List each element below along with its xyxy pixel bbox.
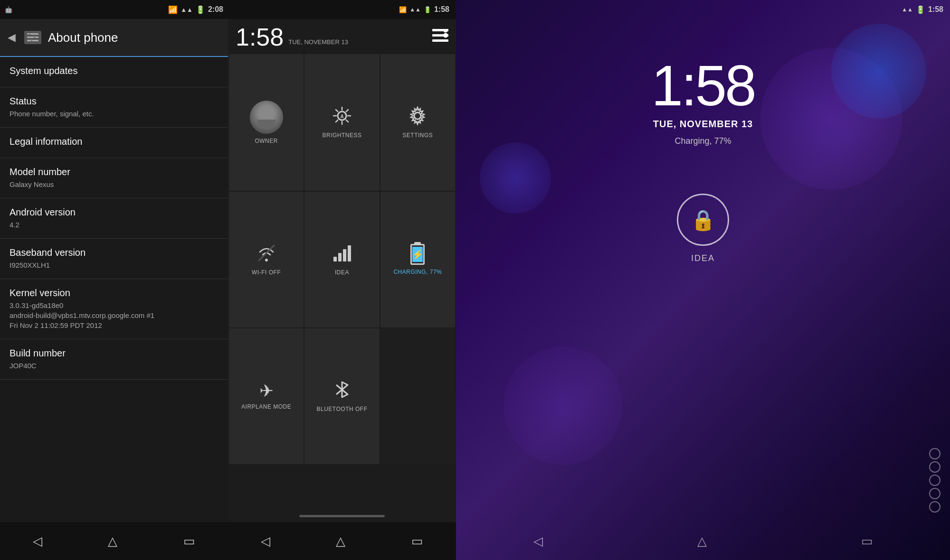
svg-rect-23 bbox=[338, 253, 342, 261]
svg-rect-3 bbox=[29, 34, 30, 35]
lock-signal-icon: ▲▲ bbox=[902, 6, 913, 13]
about-nav-bar: ◁ △ ▭ bbox=[0, 522, 228, 560]
quick-tile-wifi[interactable]: WI-FI OFF bbox=[229, 192, 304, 327]
signal-icon: ▲▲ bbox=[180, 6, 193, 13]
list-item[interactable]: System updates bbox=[0, 57, 228, 87]
quick-tile-charging[interactable]: ⚡ CHARGING, 77% bbox=[380, 192, 455, 327]
about-status-bar: 🤖 📶 ▲▲ 🔋 2:08 bbox=[0, 0, 228, 19]
lock-battery-icon: 🔋 bbox=[916, 5, 925, 14]
idea-label: IDEA bbox=[335, 269, 349, 276]
lock-clock: 1:58 bbox=[651, 57, 755, 114]
back-arrow-icon[interactable]: ◀ bbox=[8, 31, 16, 44]
quick-status-bar: 📶 ▲▲ 🔋 1:58 bbox=[228, 0, 456, 19]
list-item[interactable]: Kernel version 3.0.31-gd5a18e0 android-b… bbox=[0, 279, 228, 339]
airplane-icon: ✈ bbox=[259, 383, 274, 400]
quick-tile-owner[interactable]: OWNER bbox=[229, 54, 304, 191]
lock-unlock-button[interactable]: 🔒 bbox=[677, 194, 729, 246]
item-subtitle: 3.0.31-gd5a18e0 android-build@vpbs1.mtv.… bbox=[10, 300, 218, 330]
item-title: Model number bbox=[10, 167, 218, 177]
item-title: Android version bbox=[10, 207, 218, 218]
home-button[interactable]: △ bbox=[98, 529, 127, 553]
back-button[interactable]: ◁ bbox=[251, 529, 280, 553]
item-subtitle: Galaxy Nexus bbox=[10, 179, 218, 189]
lock-status-bar: ▲▲ 🔋 1:58 bbox=[456, 0, 950, 19]
lock-content: 1:58 TUE, NOVEMBER 13 Charging, 77% 🔒 ID… bbox=[456, 19, 950, 522]
quick-date: TUE, NOVEMBER 13 bbox=[288, 38, 348, 49]
home-button[interactable]: △ bbox=[688, 529, 716, 553]
item-subtitle: Phone number, signal, etc. bbox=[10, 109, 218, 119]
item-subtitle: 4.2 bbox=[10, 220, 218, 230]
recent-button[interactable]: ▭ bbox=[402, 529, 433, 553]
signal-status-icon: ▲▲ bbox=[409, 6, 421, 13]
about-header: ◀ About phone bbox=[0, 19, 228, 57]
svg-rect-24 bbox=[343, 249, 346, 261]
quick-status-time: 1:58 bbox=[434, 5, 449, 14]
svg-line-16 bbox=[336, 110, 338, 112]
svg-rect-2 bbox=[27, 40, 38, 41]
lock-circle-area: 🔒 IDEA bbox=[677, 194, 729, 263]
item-title: Status bbox=[10, 96, 218, 107]
quick-tiles-grid: OWNER A BRIGHTNESS bbox=[228, 53, 456, 465]
settings-label: SETTINGS bbox=[402, 132, 433, 139]
list-item[interactable]: Android version 4.2 bbox=[0, 198, 228, 239]
item-title: Legal information bbox=[10, 136, 218, 147]
about-list: System updates Status Phone number, sign… bbox=[0, 57, 228, 522]
svg-point-10 bbox=[443, 33, 448, 37]
lock-date: TUE, NOVEMBER 13 bbox=[653, 119, 753, 130]
quick-tile-empty bbox=[380, 328, 455, 464]
quick-tile-settings[interactable]: SETTINGS bbox=[380, 54, 455, 191]
battery-status-icon: 🔋 bbox=[424, 6, 431, 13]
quick-tile-airplane[interactable]: ✈ AIRPLANE MODE bbox=[229, 328, 304, 464]
back-button[interactable]: ◁ bbox=[524, 529, 552, 553]
item-title: System updates bbox=[10, 65, 218, 76]
charging-label: CHARGING, 77% bbox=[393, 269, 442, 275]
brightness-icon: A bbox=[332, 106, 352, 128]
about-status-time: 2:08 bbox=[208, 5, 223, 14]
signal-bars-icon bbox=[332, 243, 352, 265]
brightness-label: BRIGHTNESS bbox=[322, 132, 361, 139]
svg-rect-25 bbox=[348, 245, 351, 261]
bluetooth-label: BLUETOOTH OFF bbox=[317, 406, 368, 412]
battery-icon: 🔋 bbox=[196, 5, 205, 14]
svg-line-18 bbox=[346, 110, 348, 112]
recent-button[interactable]: ▭ bbox=[174, 529, 205, 553]
wifi-off-icon bbox=[257, 243, 276, 265]
item-subtitle: JOP40C bbox=[10, 361, 218, 371]
android-icon: 🤖 bbox=[5, 6, 12, 13]
list-item[interactable]: Model number Galaxy Nexus bbox=[0, 158, 228, 198]
item-title: Kernel version bbox=[10, 288, 218, 299]
svg-point-9 bbox=[443, 29, 448, 33]
bluetooth-icon bbox=[334, 380, 350, 402]
about-status-left: 🤖 bbox=[5, 6, 12, 13]
item-title: Baseband version bbox=[10, 247, 218, 258]
home-button[interactable]: △ bbox=[326, 529, 355, 553]
quick-scroll-area bbox=[228, 465, 456, 522]
svg-line-17 bbox=[346, 120, 348, 122]
list-item[interactable]: Status Phone number, signal, etc. bbox=[0, 87, 228, 128]
quick-status-right: 📶 ▲▲ 🔋 1:58 bbox=[399, 5, 449, 14]
about-status-right: 📶 ▲▲ 🔋 2:08 bbox=[168, 5, 223, 14]
quick-tile-bluetooth[interactable]: BLUETOOTH OFF bbox=[304, 328, 379, 464]
list-item[interactable]: Baseband version I9250XXLH1 bbox=[0, 239, 228, 279]
page-title: About phone bbox=[48, 30, 118, 45]
svg-rect-22 bbox=[333, 257, 337, 261]
owner-avatar bbox=[250, 101, 283, 134]
settings-icon bbox=[408, 106, 427, 128]
recent-button[interactable]: ▭ bbox=[852, 529, 883, 553]
wifi-icon: 📶 bbox=[168, 5, 178, 14]
quick-tile-brightness[interactable]: A BRIGHTNESS bbox=[304, 54, 379, 191]
item-subtitle: I9250XXLH1 bbox=[10, 260, 218, 270]
quick-time-area: 1:58 TUE, NOVEMBER 13 bbox=[236, 25, 348, 49]
lock-time-status: 1:58 bbox=[928, 5, 943, 14]
quick-scrollbar[interactable] bbox=[299, 515, 385, 517]
quick-tile-idea[interactable]: IDEA bbox=[304, 192, 379, 327]
quick-clock: 1:58 bbox=[236, 25, 284, 49]
back-button[interactable]: ◁ bbox=[23, 529, 52, 553]
lock-nav-bar: ◁ △ ▭ bbox=[456, 522, 950, 560]
airplane-label: AIRPLANE MODE bbox=[241, 403, 291, 410]
list-item[interactable]: Legal information bbox=[0, 128, 228, 158]
owner-label: OWNER bbox=[255, 138, 278, 144]
quick-menu-icon[interactable] bbox=[432, 29, 448, 46]
charging-icon: ⚡ bbox=[410, 244, 425, 265]
list-item[interactable]: Build number JOP40C bbox=[0, 339, 228, 380]
